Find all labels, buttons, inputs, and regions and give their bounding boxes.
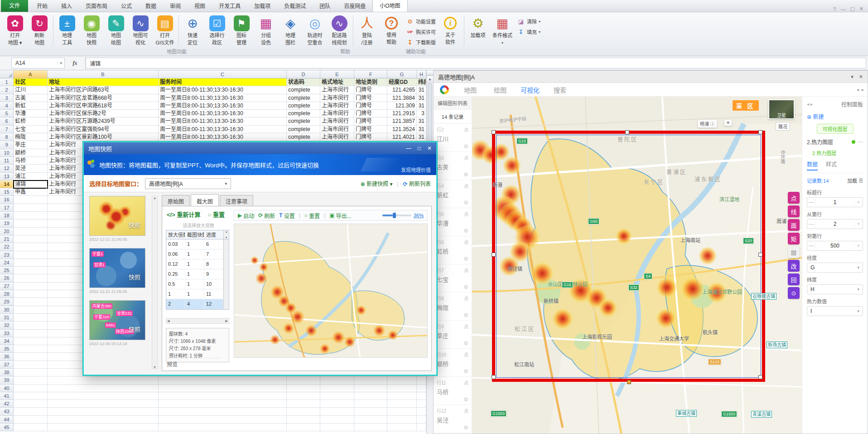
- row-header-20[interactable]: 20: [0, 228, 14, 235]
- row-header-23[interactable]: 23: [0, 251, 14, 259]
- gear-icon[interactable]: ⚙: [463, 256, 468, 262]
- map-tab-可视化[interactable]: 可视化: [515, 85, 545, 94]
- cell-C39[interactable]: [159, 376, 287, 384]
- cell-C6[interactable]: 周一至周日8:00-11:30;13:30-16:30: [159, 117, 287, 125]
- reset-zoom-button[interactable]: ○ 重置: [207, 210, 224, 219]
- zoom-slider[interactable]: 36%: [382, 213, 424, 218]
- row-header-34[interactable]: 34: [0, 337, 14, 345]
- use-help-button[interactable]: ?使用帮助: [379, 14, 404, 45]
- tab-数据[interactable]: 数据: [807, 160, 818, 171]
- splitter-handle[interactable]: [427, 70, 433, 76]
- cell-E3[interactable]: 上海市闵行: [320, 94, 354, 102]
- row-header-3[interactable]: 3: [0, 94, 14, 102]
- cell-B41[interactable]: [48, 392, 159, 400]
- zoom-table-row[interactable]: 0.5110: [166, 279, 229, 289]
- selection-handle-bottom[interactable]: [627, 380, 631, 384]
- cell-G2[interactable]: 121.4265: [387, 86, 417, 94]
- cell-A10[interactable]: 颛桥: [14, 149, 48, 157]
- cell-A44[interactable]: [14, 416, 48, 424]
- minimize-icon[interactable]: —: [840, 6, 845, 12]
- row-header-33[interactable]: 33: [0, 330, 14, 337]
- select-all-corner[interactable]: [0, 70, 14, 78]
- stepper-标题行[interactable]: —1+: [807, 197, 863, 207]
- new-snapshot-button[interactable]: ⊕ 新建快照 ▾: [361, 180, 393, 187]
- scroll-up-icon[interactable]: ▲: [152, 196, 157, 200]
- cell-H6[interactable]: 31: [417, 117, 426, 125]
- cell-B4[interactable]: 上海市闵行区申滨路618号: [48, 102, 159, 110]
- column-header-E[interactable]: E: [320, 70, 354, 78]
- tool-edit-button[interactable]: 改: [788, 260, 800, 272]
- cell-F7[interactable]: 门牌号: [354, 126, 387, 133]
- cell-A37[interactable]: [14, 361, 48, 369]
- cell-A7[interactable]: 七宝: [14, 126, 48, 133]
- new-layer-button[interactable]: ⊕ 新建: [807, 112, 863, 120]
- refresh-map-button[interactable]: ↻刷新地图: [27, 14, 52, 46]
- ribbon-tab-视图[interactable]: 视图: [188, 0, 212, 12]
- cell-E39[interactable]: [320, 376, 354, 384]
- row-header-9[interactable]: 9: [0, 141, 14, 149]
- cell-H1[interactable]: 纬度: [417, 78, 426, 86]
- row-header-37[interactable]: 37: [0, 361, 14, 369]
- chip-close-icon[interactable]: ✕: [724, 119, 732, 126]
- map-snapshot-button[interactable]: ◉地图快照: [79, 14, 104, 46]
- dialog-tab-截大图[interactable]: 截大图: [191, 194, 219, 207]
- cell-G6[interactable]: 121.3857: [387, 117, 417, 125]
- panel-collapse-icon[interactable]: ▾: [851, 74, 854, 80]
- map-tab-搜索[interactable]: 搜索: [545, 85, 575, 94]
- zoom-table-vscroll[interactable]: ▲▼: [223, 230, 229, 239]
- row-header-5[interactable]: 5: [0, 110, 14, 117]
- text-settings-button[interactable]: T设置: [279, 212, 294, 219]
- row-header-39[interactable]: 39: [0, 376, 14, 384]
- row-header-43[interactable]: 43: [0, 408, 14, 415]
- tool-polygon-button[interactable]: 面: [788, 219, 800, 231]
- zoom-table-row[interactable]: 2412: [166, 299, 229, 309]
- cell-A16[interactable]: [14, 196, 48, 204]
- minus-icon[interactable]: —: [807, 243, 815, 249]
- cell-D43[interactable]: [287, 408, 320, 415]
- cell-D3[interactable]: complete: [287, 94, 320, 102]
- sub-layer-link[interactable]: 2.热力图层: [812, 149, 863, 156]
- route-plan-button[interactable]: ∿配送路线规划: [327, 14, 352, 46]
- cell-F1[interactable]: 地址类别: [354, 78, 387, 86]
- row-header-31[interactable]: 31: [0, 314, 14, 322]
- cell-A41[interactable]: [14, 392, 48, 400]
- cell-D45[interactable]: [287, 424, 320, 431]
- cell-F4[interactable]: 门牌号: [354, 102, 387, 110]
- row-header-27[interactable]: 27: [0, 283, 14, 290]
- selection-handle[interactable]: [758, 253, 762, 257]
- cell-G40[interactable]: [387, 385, 417, 392]
- zoom-table-row[interactable]: 0.0316: [166, 239, 229, 249]
- satellite-layer-toggle[interactable]: 卫星: [768, 99, 795, 119]
- ribbon-tab-审阅[interactable]: 审阅: [163, 0, 188, 12]
- row-header-36[interactable]: 36: [0, 353, 14, 361]
- list-item[interactable]: 行13点浦江⚙: [434, 433, 472, 434]
- selection-handle[interactable]: [758, 375, 762, 379]
- cell-A12[interactable]: 吴泾: [14, 165, 48, 172]
- cell-B40[interactable]: [48, 385, 159, 392]
- list-item[interactable]: 行4点新虹⚙: [434, 180, 472, 208]
- maximize-icon[interactable]: ▢: [850, 6, 854, 12]
- cell-A40[interactable]: [14, 385, 48, 392]
- map-tab-绘图[interactable]: 绘图: [485, 85, 515, 94]
- cell-E5[interactable]: 上海市闵行: [320, 110, 354, 117]
- row-header-44[interactable]: 44: [0, 416, 14, 424]
- row-header-26[interactable]: 26: [0, 274, 14, 282]
- row-header-12[interactable]: 12: [0, 165, 14, 172]
- cell-E2[interactable]: 上海市闵行: [320, 86, 354, 94]
- collect-area-button[interactable]: 采 区: [733, 100, 759, 111]
- snapshot-thumb[interactable]: 快照2022-12-21 21:06:06: [89, 196, 151, 242]
- ribbon-tab-页面布局[interactable]: 页面布局: [79, 0, 114, 12]
- chevron-down-icon[interactable]: ▾: [57, 61, 64, 65]
- cell-A5[interactable]: 华漕: [14, 110, 48, 117]
- cell-A15[interactable]: 申鑫: [14, 188, 48, 196]
- cell-C7[interactable]: 周一至周日8:00-11:30;13:30-16:30: [159, 126, 287, 133]
- ribbon-tab-开发工具[interactable]: 开发工具: [212, 0, 247, 12]
- cell-A27[interactable]: [14, 283, 48, 290]
- cell-F6[interactable]: 门牌号: [354, 117, 387, 125]
- row-header-42[interactable]: 42: [0, 400, 14, 408]
- gear-icon[interactable]: ⚙: [463, 312, 468, 318]
- track-overlap-button[interactable]: ◎轨迹时空重合: [303, 14, 327, 46]
- cell-A32[interactable]: [14, 322, 48, 329]
- row-header-40[interactable]: 40: [0, 385, 14, 392]
- list-item[interactable]: 行7点七宝⚙: [434, 264, 472, 293]
